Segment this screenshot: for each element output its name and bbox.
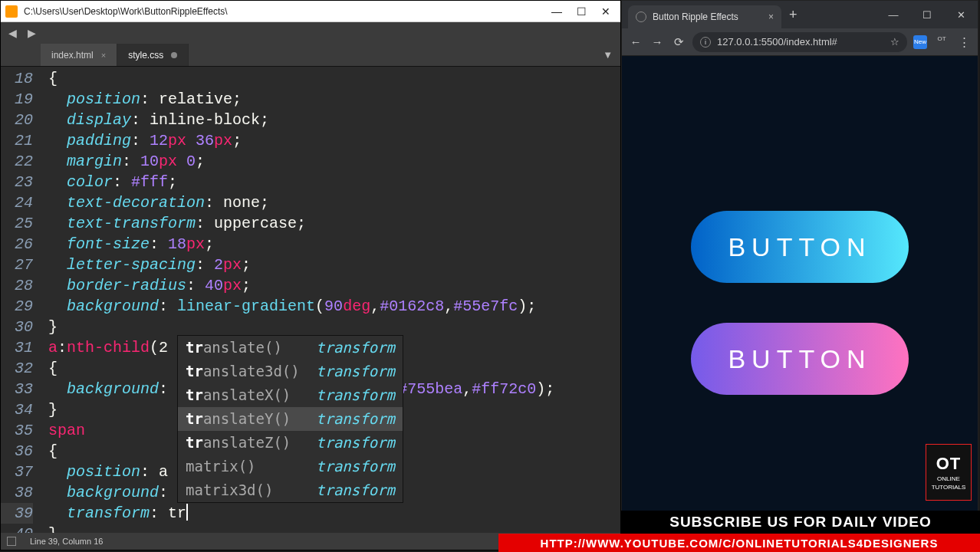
tab-dirty-icon [171, 52, 177, 58]
editor-window: C:\Users\User\Desktop\Work\ButtonRippleE… [0, 0, 621, 550]
page-viewport: BUTTON BUTTON OT ONLINE TUTORIALS [622, 56, 978, 550]
button-label: BUTTON [728, 344, 871, 374]
autocomplete-item[interactable]: matrix()transform [178, 455, 403, 478]
tab-close-icon[interactable]: × [101, 51, 106, 60]
reload-icon[interactable]: ⟳ [671, 35, 686, 49]
address-bar[interactable]: i 127.0.0.1:5500/index.html# ☆ [692, 32, 907, 52]
autocomplete-item[interactable]: translateY()transform [178, 407, 403, 431]
extension-new-icon[interactable]: New [913, 35, 927, 49]
browser-minimize-button[interactable]: — [876, 9, 910, 21]
editor-minimize-button[interactable]: — [551, 5, 562, 18]
browser-tab[interactable]: Button Ripple Effects × [628, 5, 781, 28]
editor-tab-style-css[interactable]: style.css [117, 44, 189, 66]
editor-title-path: C:\Users\User\Desktop\Work\ButtonRippleE… [24, 6, 551, 17]
autocomplete-item[interactable]: matrix3d()transform [178, 478, 403, 502]
editor-maximize-button[interactable]: ☐ [576, 5, 587, 18]
editor-tab-label: style.css [128, 50, 163, 61]
editor-nav-row: ◀ ▶ [1, 22, 620, 44]
browser-close-button[interactable]: ✕ [944, 9, 978, 21]
autocomplete-item[interactable]: translateX()transform [178, 383, 403, 407]
browser-menu-icon[interactable]: ⋮ [956, 35, 972, 49]
autocomplete-item[interactable]: translate()transform [178, 336, 403, 360]
nav-forward-icon[interactable]: ▶ [25, 27, 39, 39]
new-tab-button[interactable]: + [781, 7, 805, 23]
browser-tab-title: Button Ripple Effects [653, 12, 738, 22]
ot-watermark-line2: TUTORIALS [926, 484, 971, 491]
subscribe-text: SUBSCRIBE US FOR DAILY VIDEO [669, 514, 932, 531]
nav-back-icon[interactable]: ◀ [5, 27, 20, 39]
editor-tab-bar: index.html × style.css ▼ [1, 44, 620, 67]
autocomplete-popup[interactable]: translate()transformtranslate3d()transfo… [177, 335, 403, 503]
address-url: 127.0.0.1:5500/index.html# [717, 36, 837, 48]
status-cursor-position: Line 39, Column 16 [30, 537, 103, 546]
ripple-button-1[interactable]: BUTTON [691, 211, 909, 283]
favicon-icon [636, 12, 646, 22]
browser-maximize-button[interactable]: ☐ [910, 9, 944, 21]
browser-window: Button Ripple Effects × + — ☐ ✕ ← → ⟳ i … [621, 0, 978, 550]
subscribe-banner: SUBSCRIBE US FOR DAILY VIDEO [621, 511, 980, 534]
extension-ot-icon[interactable]: OT [933, 35, 950, 49]
browser-titlebar: Button Ripple Effects × + — ☐ ✕ [622, 1, 978, 28]
browser-toolbar: ← → ⟳ i 127.0.0.1:5500/index.html# ☆ New… [622, 28, 978, 56]
ot-watermark-big: OT [926, 454, 971, 474]
autocomplete-item[interactable]: translate3d()transform [178, 360, 403, 383]
line-number-gutter: 1819202122232425262728293031323334353637… [1, 67, 41, 533]
browser-window-controls: — ☐ ✕ [876, 9, 978, 21]
youtube-url-text: HTTP://WWW.YOUTUBE.COM/C/ONLINETUTORIALS… [541, 537, 939, 550]
site-info-icon[interactable]: i [700, 37, 711, 48]
bookmark-star-icon[interactable]: ☆ [890, 36, 899, 48]
nav-back-icon[interactable]: ← [628, 35, 643, 48]
code-area[interactable]: 1819202122232425262728293031323334353637… [1, 67, 620, 533]
browser-tab-close-icon[interactable]: × [768, 12, 774, 22]
ripple-button-2[interactable]: BUTTON [691, 323, 909, 395]
editor-tab-label: index.html [51, 50, 94, 61]
editor-titlebar: C:\Users\User\Desktop\Work\ButtonRippleE… [1, 1, 620, 22]
youtube-url-banner: HTTP://WWW.YOUTUBE.COM/C/ONLINETUTORIALS… [498, 534, 980, 552]
ot-watermark: OT ONLINE TUTORIALS [926, 444, 972, 501]
status-icon [7, 537, 16, 546]
editor-window-controls: — ☐ ✕ [551, 5, 616, 18]
editor-close-button[interactable]: ✕ [600, 5, 611, 18]
sublime-icon [5, 5, 18, 18]
autocomplete-item[interactable]: translateZ()transform [178, 431, 403, 455]
ot-watermark-line1: ONLINE [926, 475, 971, 482]
editor-tab-index-html[interactable]: index.html × [41, 44, 117, 66]
button-label: BUTTON [728, 232, 871, 262]
nav-forward-icon[interactable]: → [649, 35, 665, 48]
tab-overflow-icon[interactable]: ▼ [595, 44, 620, 66]
